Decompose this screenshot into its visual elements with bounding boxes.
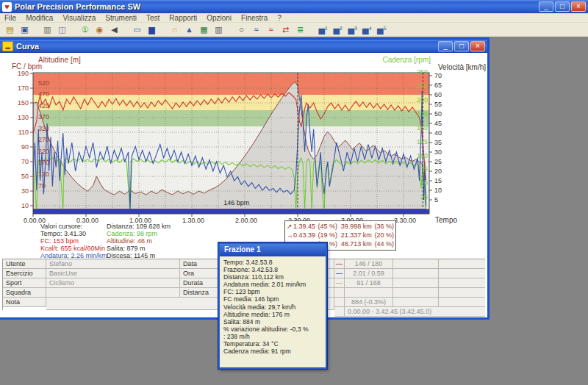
curva-titlebar[interactable]: ▂ Curva _□×: [0, 40, 487, 53]
selection-distance-pct: (36 %): [374, 222, 394, 231]
cursor-value-line: Salita: 879 m: [107, 245, 146, 252]
speed-tick-label: 20: [434, 168, 442, 175]
close-button[interactable]: ×: [571, 1, 586, 12]
multi-line-icon[interactable]: ≣: [294, 24, 306, 35]
info-value[interactable]: Ciclismo: [46, 278, 180, 288]
restore-button[interactable]: □: [454, 41, 469, 51]
zoom-icon[interactable]: ○: [235, 24, 248, 35]
print-icon[interactable]: ▥: [41, 24, 54, 35]
selection-row: →0.43.39(19 %)21.337 km(20 %): [287, 231, 394, 240]
popup-stat-line: Salita: 884 m: [223, 318, 322, 325]
cadence-scale-label: 150: [417, 124, 428, 132]
info-label: Ora: [180, 269, 219, 278]
report-5-icon[interactable]: ▅⁵: [376, 24, 388, 35]
fc-tick-label: 110: [18, 129, 29, 136]
menu-item-modifica[interactable]: Modifica: [26, 14, 53, 22]
cadence-scale-label: 225: [417, 82, 428, 90]
diary-icon[interactable]: ▆: [146, 24, 158, 35]
minimize-button[interactable]: _: [539, 1, 553, 12]
selection-time-pct: (45 %): [318, 222, 341, 231]
summary-empty-cell: [439, 269, 485, 278]
summary-empty-cell: [439, 298, 485, 307]
selection-time-pct: (19 %): [318, 231, 341, 240]
fc-tick-label: 10: [21, 202, 29, 209]
hr-zone-band: [33, 110, 429, 126]
info-label: Utente: [3, 259, 46, 269]
popup-stat-line: : 238 m/h: [223, 333, 322, 340]
time-tick-label: 2.00.00: [235, 217, 257, 224]
menu-item-finestra[interactable]: Finestra: [241, 14, 268, 22]
report-3-icon[interactable]: ▅³: [346, 24, 359, 35]
menu-item-file[interactable]: File: [4, 14, 16, 22]
area-chart-icon[interactable]: ▲: [183, 24, 196, 35]
time-tick-label: 1.30.00: [182, 217, 204, 224]
close-button[interactable]: ×: [470, 41, 485, 51]
excel-chart-icon[interactable]: ▦: [198, 24, 210, 35]
selection-distance-pct: (20 %): [374, 231, 394, 240]
restore-button[interactable]: □: [555, 1, 570, 12]
report-1-icon[interactable]: ▅¹: [317, 24, 329, 35]
menu-item-strumenti[interactable]: Strumenti: [105, 14, 137, 22]
curve-chart[interactable]: 5204704203703202702201701207025022520017…: [0, 53, 487, 226]
save-icon[interactable]: ▣: [18, 24, 31, 35]
menu-item-opzioni[interactable]: Opzioni: [207, 14, 232, 22]
info-label: Sport: [3, 278, 46, 288]
selection-time: 1.39.45: [293, 222, 318, 231]
main-window-controls: _□×: [539, 1, 586, 12]
popup-stat-line: FC: 123 bpm: [223, 288, 322, 295]
cadence-scale-label: 75: [420, 165, 428, 173]
info-label: Squadra: [3, 288, 46, 298]
scatter-red-icon[interactable]: ≈: [265, 24, 277, 35]
report-2-icon[interactable]: ▅²: [331, 24, 344, 35]
summary-row: —146 / 180: [334, 259, 485, 269]
time-tick-label: 3.30.00: [394, 217, 416, 224]
menu-item-visualizza[interactable]: Visualizza: [62, 14, 96, 22]
cadence-scale-label: 100: [417, 152, 428, 159]
summary-value: 91 / 168: [345, 278, 393, 288]
speed-tick-label: 10: [434, 187, 442, 194]
menu-item-[interactable]: ?: [277, 14, 282, 22]
stopwatch-icon[interactable]: ①: [79, 24, 91, 35]
summary-total-time: 0.00.00 - 3.42.45 (3.42.45.0): [345, 307, 485, 317]
monitor-icon[interactable]: ▭: [131, 24, 143, 35]
sound-icon[interactable]: ◀: [108, 24, 121, 35]
selection-row: ↗1.39.45(45 %)39.998 km(36 %): [287, 222, 394, 231]
cursor-value-line: Kcal/t: 655 kcal/60Min: [40, 245, 105, 252]
summary-value: [345, 288, 393, 298]
frazione-popup-titlebar[interactable]: Frazione 1: [220, 244, 326, 256]
summary-footer-row: 0.00.00 - 3.42.45 (3.42.45.0): [334, 307, 485, 317]
curve-icon[interactable]: ∩: [168, 24, 181, 35]
series-dash-icon: [334, 298, 345, 307]
popup-stat-line: Frazione: 3.42.53.8: [223, 266, 322, 273]
info-value[interactable]: Stefano: [46, 259, 180, 269]
cursor-value-line: Valori cursore:: [40, 223, 82, 230]
open-icon[interactable]: ▤: [4, 24, 16, 35]
histogram-icon[interactable]: ▥: [212, 24, 225, 35]
altitude-scale-label: 370: [38, 113, 49, 120]
curve-window-icon: ▂: [2, 41, 13, 51]
selection-time: 0.43.39: [293, 231, 318, 240]
globe-icon[interactable]: ◉: [93, 24, 106, 35]
info-value[interactable]: [46, 288, 180, 298]
menu-item-test[interactable]: Test: [146, 14, 159, 22]
copy-icon[interactable]: ◫: [56, 24, 68, 35]
minimize-button[interactable]: _: [438, 41, 453, 51]
report-4-icon[interactable]: ▅⁴: [361, 24, 373, 35]
main-titlebar[interactable]: ♥ Polar Precision Performance SW _□×: [0, 0, 588, 13]
compare-icon[interactable]: ⇄: [279, 24, 292, 35]
series-dash-icon: —: [334, 259, 345, 269]
popup-stat-line: Velocità media: 29,7 km/h: [223, 303, 322, 311]
scatter-blue-icon[interactable]: ≈: [250, 24, 262, 35]
speed-tick-label: 40: [434, 129, 442, 137]
x-axis-title: Tempo: [435, 216, 457, 224]
speed-tick-label: 70: [434, 72, 442, 79]
info-value[interactable]: BasicUse: [46, 269, 180, 278]
cadence-scale-label: 250: [417, 68, 428, 76]
speed-tick-label: 60: [434, 91, 442, 98]
popup-stat-line: Andatura media: 2.01 min/km: [223, 281, 322, 288]
popup-stat-line: Distanza: 110,112 km: [223, 273, 322, 281]
menu-item-rapporti[interactable]: Rapporti: [169, 14, 197, 22]
cursor-value-line: Distanza: 109.628 km: [107, 223, 171, 230]
popup-stat-line: Altitudine media: 176 m: [223, 311, 322, 318]
toolbar: ▤▣▥◫①◉◀▭▆∩▲▦▥○≈≈⇄≣▅¹▅²▅³▅⁴▅⁵: [0, 23, 588, 37]
